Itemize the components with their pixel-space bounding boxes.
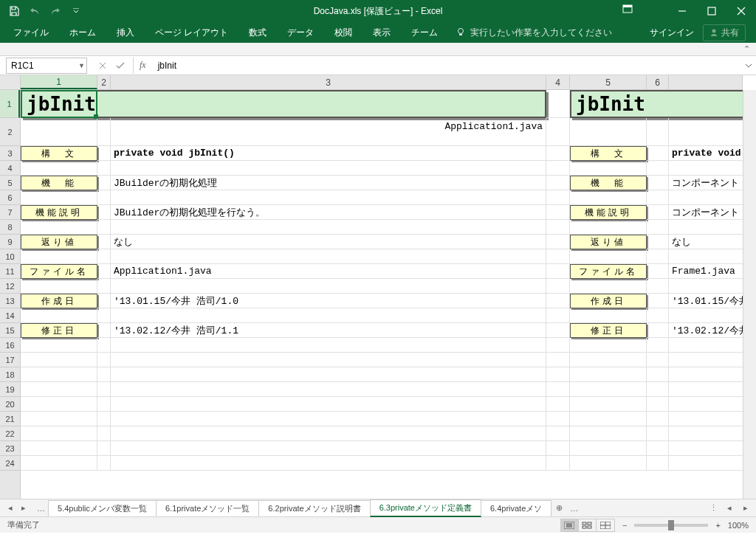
enter-formula-button[interactable] bbox=[112, 58, 128, 73]
cell[interactable] bbox=[546, 118, 570, 146]
close-button[interactable] bbox=[726, 0, 756, 22]
cell[interactable] bbox=[546, 412, 570, 426]
cell[interactable] bbox=[21, 279, 97, 294]
cell[interactable] bbox=[546, 353, 570, 367]
sheet-tab[interactable]: 5.4publicメンバ変数一覧 bbox=[48, 500, 157, 516]
cell[interactable] bbox=[546, 235, 570, 249]
tell-me-search[interactable]: 実行したい作業を入力してください bbox=[456, 27, 612, 39]
row-header[interactable]: 19 bbox=[0, 382, 20, 397]
cell[interactable]: 構 文 bbox=[21, 146, 97, 161]
cell[interactable] bbox=[570, 190, 647, 205]
cell[interactable]: 機 能 bbox=[21, 176, 97, 190]
cell[interactable] bbox=[97, 176, 111, 190]
cell[interactable] bbox=[97, 190, 111, 205]
cell[interactable] bbox=[97, 279, 111, 294]
cell[interactable] bbox=[111, 279, 546, 294]
expand-formula-bar-button[interactable] bbox=[741, 63, 756, 69]
cell[interactable] bbox=[21, 367, 97, 382]
row-header[interactable]: 17 bbox=[0, 353, 20, 367]
cell[interactable] bbox=[97, 294, 111, 308]
row-header[interactable]: 11 bbox=[0, 264, 20, 279]
cell[interactable] bbox=[21, 382, 97, 397]
cell[interactable] bbox=[669, 190, 743, 205]
column-header[interactable] bbox=[669, 75, 743, 89]
row-header[interactable]: 9 bbox=[0, 235, 20, 249]
cell[interactable]: 返り値 bbox=[570, 235, 647, 249]
cell[interactable] bbox=[111, 338, 546, 353]
cell[interactable]: 機 能 bbox=[570, 176, 647, 190]
tab-page-layout[interactable]: ページ レイアウト bbox=[145, 22, 238, 43]
column-header[interactable]: 1 bbox=[21, 75, 97, 89]
row-header[interactable]: 24 bbox=[0, 456, 20, 471]
cell[interactable]: なし bbox=[111, 235, 546, 249]
cell[interactable]: ファイル名 bbox=[21, 264, 97, 279]
cell[interactable] bbox=[21, 353, 97, 367]
cell[interactable] bbox=[647, 353, 669, 367]
cell[interactable] bbox=[97, 382, 111, 397]
sheet-tab-separator[interactable]: ⋮ bbox=[707, 503, 719, 513]
maximize-button[interactable] bbox=[697, 0, 726, 22]
cell[interactable] bbox=[669, 161, 743, 176]
hscroll-right-button[interactable]: ▸ bbox=[740, 503, 752, 513]
cell[interactable] bbox=[546, 220, 570, 235]
cell[interactable]: 作成日 bbox=[570, 294, 647, 308]
cell[interactable] bbox=[97, 456, 111, 471]
cell[interactable] bbox=[97, 441, 111, 456]
cell[interactable] bbox=[570, 397, 647, 412]
sheet-tab[interactable]: 6.2privateメソッド説明書 bbox=[258, 500, 370, 516]
cell[interactable] bbox=[97, 235, 111, 249]
cell[interactable] bbox=[570, 353, 647, 367]
page-layout-view-button[interactable] bbox=[579, 519, 597, 531]
cell[interactable] bbox=[111, 367, 546, 382]
cell[interactable] bbox=[570, 367, 647, 382]
c心[interactable] bbox=[570, 279, 647, 294]
tab-scroll-first-button[interactable]: ◂ bbox=[4, 502, 16, 515]
row-header[interactable]: 21 bbox=[0, 412, 20, 426]
tab-home[interactable]: ホーム bbox=[59, 22, 106, 43]
cell[interactable] bbox=[669, 426, 743, 441]
cell[interactable] bbox=[570, 426, 647, 441]
row-header[interactable]: 20 bbox=[0, 397, 20, 412]
row-header[interactable]: 23 bbox=[0, 441, 20, 456]
cell[interactable]: Application1.java bbox=[111, 264, 546, 279]
cell[interactable]: 機能説明 bbox=[21, 205, 97, 220]
cell[interactable] bbox=[669, 397, 743, 412]
row-header[interactable]: 8 bbox=[0, 220, 20, 235]
cell[interactable]: 機能説明 bbox=[570, 205, 647, 220]
cell[interactable] bbox=[111, 220, 546, 235]
cell[interactable] bbox=[570, 382, 647, 397]
cell[interactable]: Frame1.java bbox=[669, 264, 743, 279]
column-header[interactable]: 3 bbox=[111, 75, 546, 89]
row-header[interactable]: 4 bbox=[0, 161, 20, 176]
cell[interactable] bbox=[570, 412, 647, 426]
signin-link[interactable]: サインイン bbox=[650, 27, 694, 39]
tab-formulas[interactable]: 数式 bbox=[238, 22, 277, 43]
row-header[interactable]: 15 bbox=[0, 323, 20, 338]
cell[interactable]: コンポーネント bbox=[669, 176, 743, 190]
cell[interactable] bbox=[546, 90, 570, 118]
cell[interactable] bbox=[111, 441, 546, 456]
cell[interactable] bbox=[97, 220, 111, 235]
cell[interactable] bbox=[546, 190, 570, 205]
cell[interactable] bbox=[546, 264, 570, 279]
cell[interactable] bbox=[21, 441, 97, 456]
page-break-view-button[interactable] bbox=[597, 519, 614, 531]
cell[interactable] bbox=[647, 382, 669, 397]
cell[interactable] bbox=[97, 161, 111, 176]
cell[interactable] bbox=[97, 367, 111, 382]
cell[interactable] bbox=[647, 367, 669, 382]
cell[interactable] bbox=[546, 367, 570, 382]
cell[interactable]: 修正日 bbox=[21, 323, 97, 338]
cell[interactable] bbox=[546, 338, 570, 353]
cell[interactable] bbox=[546, 146, 570, 161]
fx-label[interactable]: fx bbox=[134, 60, 152, 71]
row-header[interactable]: 16 bbox=[0, 338, 20, 353]
cell[interactable] bbox=[570, 220, 647, 235]
cell[interactable] bbox=[647, 308, 669, 323]
cell[interactable] bbox=[97, 412, 111, 426]
cell[interactable] bbox=[111, 412, 546, 426]
cell[interactable] bbox=[669, 220, 743, 235]
row-header[interactable]: 18 bbox=[0, 367, 20, 382]
cell[interactable] bbox=[111, 382, 546, 397]
cell[interactable] bbox=[21, 308, 97, 323]
